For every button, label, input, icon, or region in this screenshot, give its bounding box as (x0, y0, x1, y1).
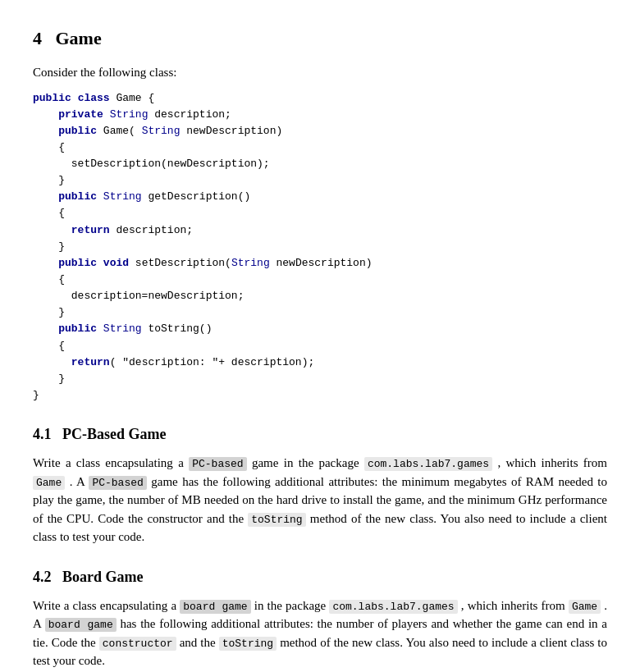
subsection-4-2-title: 4.2 Board Game (33, 566, 607, 588)
section-header: 4 Game Consider the following class: (33, 25, 607, 82)
subsection-4-1-body: Write a class encapsulating a PC-based g… (33, 454, 607, 546)
class-ref-game-1: Game (33, 476, 65, 490)
section-title: 4 Game (33, 25, 607, 52)
term-pc-based-1: PC-based (189, 457, 246, 471)
tostring-method-2: toString (219, 637, 277, 651)
subsection-4-2-body: Write a class encapsulating a board game… (33, 597, 607, 670)
class-ref-game-2: Game (569, 600, 601, 614)
tostring-method-1: toString (248, 513, 305, 527)
term-board-game-2: board game (45, 618, 117, 632)
package-ref-1: com.labs.lab7.games (364, 457, 492, 471)
subsection-4-2: 4.2 Board Game Write a class encapsulati… (33, 566, 607, 670)
intro-text: Consider the following class: (33, 63, 607, 82)
package-ref-2: com.labs.lab7.games (329, 600, 457, 614)
subsection-4-1-title: 4.1 PC-Based Game (33, 423, 607, 446)
constructor-method-2: constructor (99, 637, 176, 651)
term-board-game-1: board game (180, 600, 250, 614)
subsection-4-1: 4.1 PC-Based Game Write a class encapsul… (33, 423, 607, 546)
code-block: public class Game { private String descr… (33, 90, 607, 405)
term-pc-based-2: PC-based (89, 476, 146, 490)
